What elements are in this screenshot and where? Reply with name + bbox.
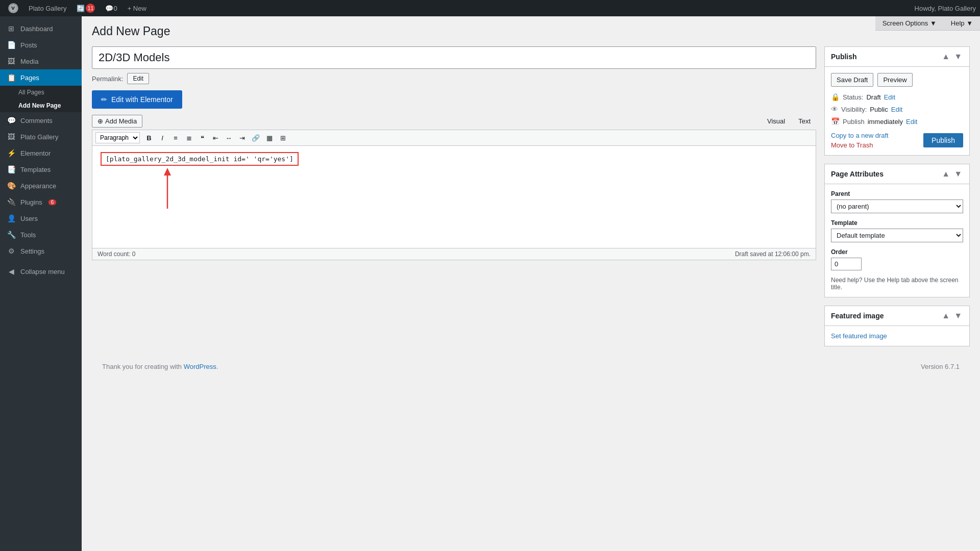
sidebar-label-all-pages: All Pages xyxy=(18,89,44,96)
edit-with-elementor-button[interactable]: ✏ Edit with Elementor xyxy=(92,90,182,109)
order-input[interactable] xyxy=(831,258,862,270)
adminbar-new[interactable]: + New xyxy=(124,0,151,16)
dashboard-icon: ⊞ xyxy=(6,24,16,33)
page-title: Add New Page xyxy=(92,24,170,38)
sidebar-item-appearance[interactable]: 🎨 Appearance xyxy=(0,178,82,194)
sidebar-item-elementor[interactable]: ⚡ Elementor xyxy=(0,145,82,161)
template-label: Template xyxy=(831,219,963,227)
sidebar-label-dashboard: Dashboard xyxy=(20,25,53,33)
permalink-label: Permalink: xyxy=(92,75,123,83)
set-featured-image-link[interactable]: Set featured image xyxy=(831,332,887,340)
page-attributes-collapse[interactable]: ▲ xyxy=(941,168,951,180)
sidebar-collapse-menu[interactable]: ◀ Collapse menu xyxy=(0,263,82,280)
page-attributes-content: Parent (no parent) Template Default temp… xyxy=(825,184,969,297)
template-row: Template Default template xyxy=(831,219,963,242)
sidebar-label-plugins: Plugins xyxy=(20,198,42,206)
visual-tab[interactable]: Visual xyxy=(762,115,791,128)
sidebar-label-settings: Settings xyxy=(20,247,44,255)
adminbar-updates[interactable]: 🔄 11 xyxy=(72,0,99,16)
plugins-icon: 🔌 xyxy=(6,198,16,206)
publish-box-collapse[interactable]: ▲ xyxy=(941,51,951,62)
page-title-input[interactable] xyxy=(92,46,816,69)
align-left-button[interactable]: ⇤ xyxy=(209,133,222,143)
fullscreen-button[interactable]: ⊞ xyxy=(277,133,289,143)
table-button[interactable]: ▦ xyxy=(263,133,276,143)
post-body-content: Permalink: Edit ✏ Edit with Elementor ⊕ … xyxy=(92,46,816,260)
italic-button[interactable]: I xyxy=(156,133,168,143)
featured-image-title: Featured image xyxy=(831,312,884,320)
page-attributes-header: Page Attributes ▲ ▼ xyxy=(825,164,969,184)
preview-button[interactable]: Preview xyxy=(877,73,912,87)
page-attributes-title: Page Attributes xyxy=(831,170,884,178)
sidebar-item-tools[interactable]: 🔧 Tools xyxy=(0,227,82,243)
featured-image-content: Set featured image xyxy=(825,326,969,346)
sidebar-item-add-new-page[interactable]: Add New Page xyxy=(0,99,82,112)
sidebar-item-posts[interactable]: 📄 Posts xyxy=(0,37,82,53)
sidebar-item-comments[interactable]: 💬 Comments xyxy=(0,112,82,129)
publish-actions: Save Draft Preview xyxy=(831,73,963,87)
copy-draft-button[interactable]: Copy to a new draft xyxy=(831,132,889,139)
adminbar-comments[interactable]: 💬 0 xyxy=(101,0,121,16)
publish-box-header: Publish ▲ ▼ xyxy=(825,47,969,67)
parent-select[interactable]: (no parent) xyxy=(831,199,963,213)
page-attributes-help: Need help? Use the Help tab above the sc… xyxy=(831,277,963,291)
post-body: Permalink: Edit ✏ Edit with Elementor ⊕ … xyxy=(92,46,970,355)
media-icon: 🖼 xyxy=(6,57,16,65)
featured-image-collapse[interactable]: ▲ xyxy=(941,310,951,321)
status-edit-link[interactable]: Edit xyxy=(884,93,895,101)
sidebar-item-users[interactable]: 👤 Users xyxy=(0,210,82,227)
permalink-wrap: Permalink: Edit xyxy=(92,73,816,84)
status-row: 🔒 Status: Draft Edit xyxy=(831,93,963,101)
help-button[interactable]: Help ▼ xyxy=(944,16,980,31)
wp-footer: Thank you for creating with WordPress. V… xyxy=(92,355,970,379)
visibility-value: Public xyxy=(870,106,888,113)
footer-wp-link[interactable]: WordPress xyxy=(184,363,216,370)
publish-button[interactable]: Publish xyxy=(923,133,963,147)
sidebar-item-all-pages[interactable]: All Pages xyxy=(0,86,82,99)
templates-icon: 📑 xyxy=(6,165,16,173)
adminbar-wp-logo[interactable] xyxy=(4,0,22,16)
text-tab[interactable]: Text xyxy=(793,115,816,128)
screen-options-button[interactable]: Screen Options ▼ xyxy=(875,16,944,31)
parent-label: Parent xyxy=(831,190,963,197)
visibility-edit-link[interactable]: Edit xyxy=(891,106,902,113)
sidebar-label-collapse: Collapse menu xyxy=(20,268,65,276)
sidebar-item-pages[interactable]: 📋 Pages xyxy=(0,69,82,86)
sidebar-item-templates[interactable]: 📑 Templates xyxy=(0,161,82,178)
sidebar-item-plato-gallery[interactable]: 🖼 Plato Gallery xyxy=(0,129,82,145)
admin-menu: ⊞ Dashboard 📄 Posts 🖼 Media 📋 Pages All … xyxy=(0,16,82,551)
update-count: 11 xyxy=(86,4,95,13)
comments-count: 0 xyxy=(113,5,117,12)
align-right-button[interactable]: ⇥ xyxy=(236,133,248,143)
add-media-button[interactable]: ⊕ Add Media xyxy=(92,115,142,128)
publish-box-toggle[interactable]: ▼ xyxy=(953,51,963,62)
sidebar-item-dashboard[interactable]: ⊞ Dashboard xyxy=(0,20,82,37)
move-trash-button[interactable]: Move to Trash xyxy=(831,141,873,149)
blockquote-button[interactable]: ❝ xyxy=(196,133,208,143)
ordered-list-button[interactable]: ≣ xyxy=(183,133,195,143)
page-attributes-toggle[interactable]: ▼ xyxy=(953,168,963,180)
edit-permalink-button[interactable]: Edit xyxy=(127,73,149,84)
publish-time: immediately xyxy=(868,118,903,126)
unordered-list-button[interactable]: ≡ xyxy=(169,133,182,143)
sidebar-item-media[interactable]: 🖼 Media xyxy=(0,53,82,69)
calendar-icon: 📅 xyxy=(831,117,840,126)
link-button[interactable]: 🔗 xyxy=(249,133,262,143)
view-tabs: Visual Text xyxy=(762,115,816,128)
appearance-icon: 🎨 xyxy=(6,182,16,190)
save-draft-button[interactable]: Save Draft xyxy=(831,73,873,87)
template-select[interactable]: Default template xyxy=(831,229,963,242)
visibility-icon: 👁 xyxy=(831,105,838,113)
featured-image-toggle[interactable]: ▼ xyxy=(953,310,963,321)
bold-button[interactable]: B xyxy=(143,133,155,143)
editor-body[interactable]: [plato_gallery_2d_3d_model_init id=' 'qr… xyxy=(92,146,816,248)
status-label: Status: xyxy=(843,93,863,101)
align-center-button[interactable]: ↔ xyxy=(223,133,235,143)
sidebar-item-plugins[interactable]: 🔌 Plugins 6 xyxy=(0,194,82,210)
publish-time-edit-link[interactable]: Edit xyxy=(906,118,917,126)
sidebar-item-settings[interactable]: ⚙ Settings xyxy=(0,243,82,259)
add-media-bar: ⊕ Add Media Visual Text xyxy=(92,115,816,128)
adminbar-site-name[interactable]: Plato Gallery xyxy=(24,0,70,16)
paragraph-select[interactable]: Paragraph xyxy=(95,132,140,143)
status-icon: 🔒 xyxy=(831,93,840,101)
